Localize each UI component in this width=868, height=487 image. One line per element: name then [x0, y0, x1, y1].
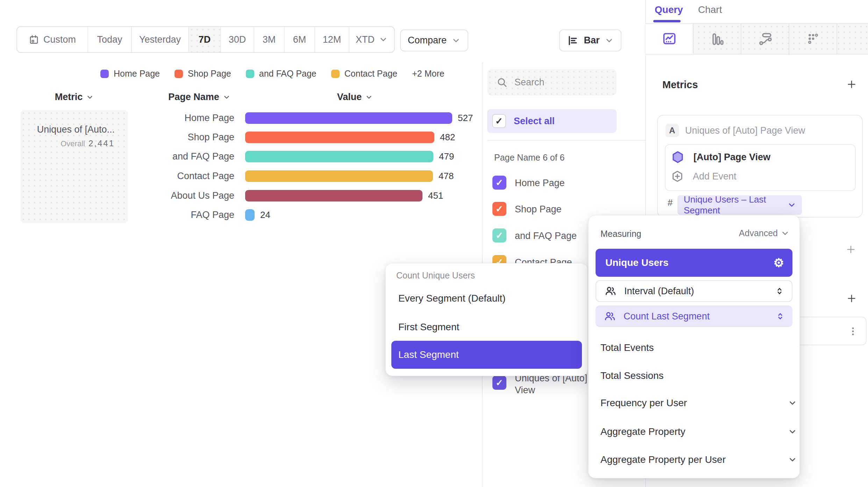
row-value: 479: [439, 151, 454, 162]
insights-report-screen: Custom Today Yesterday 7D 30D 3M 6M 12M …: [0, 0, 868, 487]
chevron-down-icon: [86, 93, 94, 101]
legend-item[interactable]: Home Page: [100, 69, 160, 79]
add-event-row[interactable]: Add Event: [671, 170, 737, 183]
select-all-row[interactable]: ✓ Select all: [487, 109, 617, 133]
divider: [487, 140, 645, 141]
select-all-checkbox[interactable]: ✓: [492, 114, 506, 128]
stepper-icon[interactable]: [775, 287, 784, 296]
chevron-down-icon: [788, 398, 797, 408]
add-filter-icon[interactable]: [846, 244, 856, 255]
date-range-6m[interactable]: 6M: [285, 27, 315, 52]
menu-item-first-segment[interactable]: First Segment: [398, 322, 459, 333]
table-row: About Us Page 451: [133, 190, 443, 202]
advanced-toggle[interactable]: Advanced: [739, 228, 790, 238]
row-page-name: Home Page: [133, 113, 234, 123]
measurement-hash: #: [668, 197, 673, 208]
add-metric-icon[interactable]: [846, 79, 857, 90]
report-tab-retention[interactable]: [789, 24, 837, 54]
metric-card[interactable]: A Uniques of [Auto] Page View [Auto] Pag…: [657, 115, 863, 218]
event-hexagon-icon: [671, 150, 684, 164]
menu-item-unique-users[interactable]: Unique Users ⚙: [596, 249, 792, 277]
chevron-down-icon: [451, 36, 461, 45]
chevron-down-icon: [787, 200, 796, 210]
filter-checkbox[interactable]: ✓: [492, 176, 506, 190]
legend-more[interactable]: +2 More: [412, 69, 444, 79]
report-tab-spacer: [837, 24, 868, 54]
interval-stepper-row[interactable]: Interval (Default): [596, 280, 792, 302]
row-page-name: About Us Page: [133, 190, 234, 201]
bar-chart-icon: [567, 35, 579, 47]
column-header-page-name[interactable]: Page Name: [147, 92, 252, 103]
metric-cell[interactable]: Uniques of [Auto... Overall2,441: [21, 110, 128, 223]
menu-item-frequency-per-user[interactable]: Frequency per User: [600, 397, 687, 409]
value-bar[interactable]: [245, 132, 434, 143]
menu-item-every-segment[interactable]: Every Segment (Default): [398, 293, 506, 304]
filter-item[interactable]: ✓ Shop Page: [492, 202, 562, 216]
legend-item[interactable]: and FAQ Page: [246, 69, 316, 79]
retention-icon: [806, 31, 820, 46]
column-header-metric[interactable]: Metric: [21, 92, 128, 103]
table-row: Home Page 527: [133, 112, 473, 124]
funnels-icon: [710, 31, 725, 46]
chevron-down-icon: [788, 427, 797, 436]
date-range-yesterday[interactable]: Yesterday: [132, 27, 189, 52]
date-range-custom[interactable]: Custom: [17, 27, 88, 52]
filter-item[interactable]: ✓ Home Page: [492, 176, 565, 190]
gear-icon[interactable]: ⚙: [774, 257, 784, 269]
date-range-selector: Custom Today Yesterday 7D 30D 3M 6M 12M …: [16, 26, 395, 53]
value-bar[interactable]: [245, 209, 255, 221]
menu-item-aggregate-property[interactable]: Aggregate Property: [600, 426, 685, 437]
date-range-today[interactable]: Today: [88, 27, 132, 52]
metrics-header: Metrics: [662, 79, 698, 91]
tab-chart[interactable]: Chart: [698, 4, 722, 15]
row-page-name: Shop Page: [133, 132, 234, 143]
search-input[interactable]: [514, 77, 603, 88]
row-value: 482: [440, 132, 455, 143]
legend-item[interactable]: Contact Page: [331, 69, 398, 79]
legend-item[interactable]: Shop Page: [175, 69, 231, 79]
menu-item-total-events[interactable]: Total Events: [600, 342, 654, 353]
event-name[interactable]: [Auto] Page View: [693, 152, 770, 163]
add-breakdown-icon[interactable]: [846, 293, 857, 304]
table-row: Contact Page 478: [133, 170, 454, 182]
chart-type-button[interactable]: Bar: [559, 29, 621, 51]
value-bar[interactable]: [245, 170, 433, 182]
flows-icon: [758, 31, 773, 46]
column-header-value[interactable]: Value: [303, 92, 407, 103]
date-range-xtd[interactable]: XTD: [349, 27, 394, 52]
filter-checkbox[interactable]: ✓: [492, 228, 506, 242]
filter-checkbox[interactable]: ✓: [492, 376, 506, 390]
stepper-icon[interactable]: [776, 312, 785, 321]
count-last-segment-row[interactable]: Count Last Segment: [596, 305, 792, 327]
menu-item-last-segment[interactable]: Last Segment: [391, 341, 582, 369]
filter-item[interactable]: ✓ and FAQ Page: [492, 228, 577, 242]
row-value: 451: [428, 190, 443, 201]
row-value: 478: [439, 171, 454, 182]
more-options-icon[interactable]: [848, 326, 858, 337]
date-range-12m[interactable]: 12M: [315, 27, 349, 52]
report-tab-funnels[interactable]: [693, 24, 741, 54]
tab-query[interactable]: Query: [655, 4, 683, 15]
filter-checkbox[interactable]: ✓: [492, 202, 506, 216]
measurement-pill[interactable]: Unique Users – Last Segment: [677, 195, 802, 215]
date-range-3m[interactable]: 3M: [254, 27, 285, 52]
report-tab-insights[interactable]: [646, 24, 693, 54]
report-tab-flows[interactable]: [741, 24, 789, 54]
chevron-down-icon: [605, 36, 614, 45]
calendar-icon: [29, 34, 39, 45]
value-bar[interactable]: [245, 151, 433, 162]
date-range-7d[interactable]: 7D: [189, 27, 221, 52]
series-badge: A: [666, 124, 679, 137]
menu-item-total-sessions[interactable]: Total Sessions: [600, 370, 664, 381]
legend-swatch: [175, 70, 183, 78]
chevron-down-icon: [788, 455, 797, 464]
event-card[interactable]: [Auto] Page View Add Event: [665, 144, 856, 191]
table-row: FAQ Page 24: [133, 209, 270, 221]
date-range-label: Custom: [43, 34, 76, 45]
compare-button[interactable]: Compare: [400, 29, 468, 51]
menu-item-aggregate-property-per-user[interactable]: Aggregate Property per User: [600, 454, 726, 465]
value-bar[interactable]: [245, 190, 422, 202]
value-bar[interactable]: [245, 112, 452, 124]
date-range-30d[interactable]: 30D: [221, 27, 254, 52]
table-row: and FAQ Page 479: [133, 150, 454, 162]
